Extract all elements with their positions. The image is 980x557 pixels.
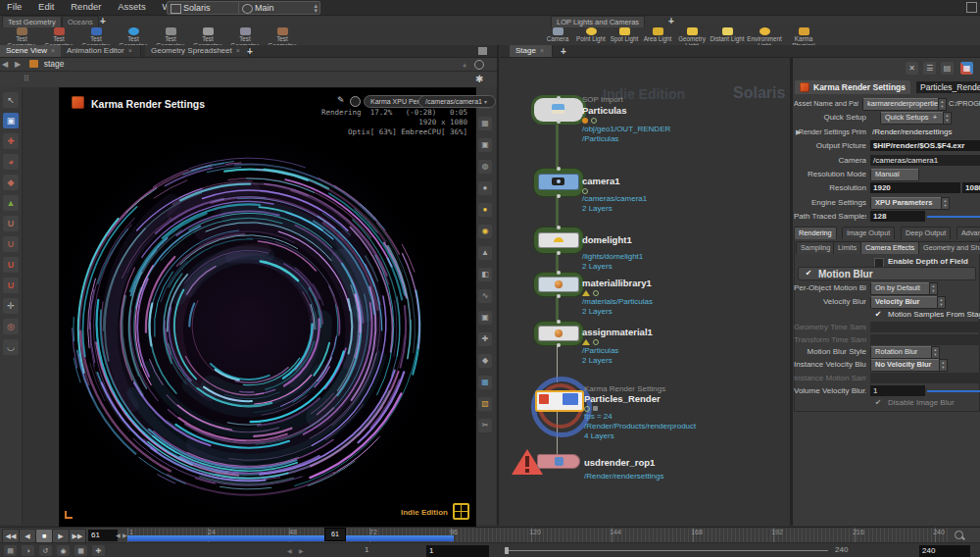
pin-icon[interactable]: ＋: [461, 60, 468, 71]
snap-prim-icon[interactable]: U: [3, 278, 19, 293]
info-badge-icon[interactable]: [591, 118, 597, 124]
pane-splitter[interactable]: [497, 45, 499, 526]
motion-samples-checkbox[interactable]: ✔: [874, 311, 882, 319]
params-node-name-field[interactable]: Particles_Render: [916, 81, 980, 93]
flag-badge-icon[interactable]: [582, 290, 590, 296]
shelf-tool-test-geometry-1[interactable]: Test Geometry: C...: [3, 27, 40, 45]
stepper-icon[interactable]: ▴▾: [937, 296, 946, 309]
texture-icon[interactable]: ▦: [478, 376, 492, 389]
select-tool-icon[interactable]: ↖: [3, 92, 19, 108]
node-particulas[interactable]: [534, 98, 583, 122]
node-badges[interactable]: [582, 339, 602, 345]
pane-menu-icon[interactable]: [478, 47, 487, 55]
node-materiallibrary1[interactable]: [534, 273, 583, 296]
pts-slider[interactable]: [927, 216, 980, 218]
lock-badge-icon[interactable]: [593, 406, 598, 411]
motion-blur-checkbox[interactable]: ✔: [805, 270, 812, 278]
motion-blur-section[interactable]: ✔ Motion Blur: [798, 267, 976, 280]
rotate-tool-icon[interactable]: ◕: [3, 154, 19, 170]
lock-icon[interactable]: [350, 96, 361, 107]
close-icon[interactable]: ×: [236, 47, 240, 54]
shelf-tool-distant-light[interactable]: Distant Light: [710, 27, 745, 45]
shelf-add-tab-button[interactable]: +: [100, 16, 106, 26]
shelf-tool-test-geometry-7[interactable]: Test Geometry: T...: [226, 27, 264, 45]
global-range-end-field[interactable]: 240: [919, 545, 970, 557]
translate-tool-icon[interactable]: ✚: [3, 133, 19, 149]
material-preview-icon[interactable]: ◆: [478, 354, 492, 368]
tab-geometry-spreadsheet[interactable]: Geometry Spreadsheet×: [145, 45, 249, 57]
select-region-icon[interactable]: ▧: [478, 397, 492, 411]
gear-icon[interactable]: ✱: [475, 74, 483, 84]
stepper-icon[interactable]: ▴▾: [938, 98, 947, 111]
scene-selector[interactable]: Main ▴▾: [238, 1, 320, 15]
background-icon[interactable]: ▣: [478, 311, 492, 325]
motion-blur-style-dropdown[interactable]: Rotation Blur: [870, 346, 933, 359]
resolution-width-field[interactable]: 1920: [870, 182, 960, 193]
menu-edit[interactable]: Edit: [31, 0, 61, 13]
shelf-tool-spot-light[interactable]: Spot Light: [608, 27, 641, 45]
shelf-tool-test-geometry-8[interactable]: Test Geometry: T...: [264, 27, 301, 45]
per-object-blur-dropdown[interactable]: On by Default: [870, 282, 931, 295]
tools-icon[interactable]: ✕: [906, 62, 918, 75]
shelf-tool-test-geometry-5[interactable]: Test Geometry: S...: [152, 27, 189, 45]
close-icon[interactable]: ×: [540, 47, 544, 54]
tree-view-icon[interactable]: ☰: [923, 62, 936, 75]
node-badges[interactable]: [582, 290, 602, 296]
stepper-icon[interactable]: ▴▾: [929, 282, 938, 295]
dopesheet-icon[interactable]: ▦: [74, 545, 87, 556]
info-badge-icon[interactable]: [593, 339, 599, 345]
node-domelight1[interactable]: [534, 228, 583, 253]
scene-lights-icon[interactable]: ◉: [478, 225, 492, 238]
lock-icon[interactable]: ▣: [3, 113, 19, 128]
node-name[interactable]: materiallibrary1: [582, 278, 652, 288]
tab-scene-view[interactable]: Scene View×: [0, 45, 64, 57]
range-slider-handle[interactable]: [505, 547, 509, 554]
shelf-tool-test-geometry-2[interactable]: Test Geometry: P...: [40, 27, 77, 45]
node-name[interactable]: Particles_Render: [584, 393, 661, 404]
add-pane-tab-button-2[interactable]: +: [561, 46, 566, 57]
stepper-icon[interactable]: ▴▾: [941, 197, 950, 210]
engine-settings-dropdown[interactable]: XPU Parameters: [870, 197, 943, 210]
viewport-path[interactable]: stage: [44, 59, 65, 69]
shelf-tool-geometry-light[interactable]: Geometry Light: [674, 27, 710, 45]
export-keys-icon[interactable]: ▤: [4, 545, 17, 556]
forward-icon[interactable]: ▶: [13, 60, 23, 69]
headlight-icon[interactable]: ●: [478, 203, 492, 217]
next-frame-icon[interactable]: ▶: [122, 532, 127, 538]
stepper-icon[interactable]: ▴▾: [931, 346, 940, 359]
pts-field[interactable]: 128: [870, 211, 925, 222]
window-icon[interactable]: [966, 2, 977, 13]
shelf-tool-karma-physical-sky[interactable]: Karma Physical Sky...: [784, 27, 823, 45]
disable-image-blur-checkbox[interactable]: ✔: [874, 399, 882, 407]
subtab-limits[interactable]: Limits: [833, 241, 861, 254]
pane-splitter[interactable]: [790, 58, 792, 526]
globe-icon[interactable]: [474, 60, 484, 70]
shelf-tool-camera[interactable]: Camera: [541, 27, 574, 45]
snap-grid-icon[interactable]: U: [3, 236, 19, 252]
play-reverse-button[interactable]: ◀: [19, 529, 36, 543]
tab-stage[interactable]: Stage×: [510, 45, 553, 57]
range-next-icon[interactable]: ▶: [299, 547, 304, 554]
resolution-height-field[interactable]: 1080: [962, 182, 980, 193]
shelf-tool-environment-light[interactable]: Environment Light: [745, 27, 784, 45]
velocity-blur-dropdown[interactable]: Velocity Blur: [870, 296, 939, 309]
snapshot-grid-icon[interactable]: [453, 503, 469, 520]
audio-icon[interactable]: ◑: [22, 545, 34, 556]
scale-tool-icon[interactable]: ◆: [3, 175, 19, 190]
shadows-icon[interactable]: ◧: [478, 268, 492, 281]
output-picture-field[interactable]: $HIP/render/$OS.$F4.exr: [870, 140, 980, 151]
view-mode-icon[interactable]: ◍: [478, 160, 492, 174]
orbit-icon[interactable]: ◡: [3, 339, 19, 355]
flag-badge-icon[interactable]: [582, 339, 590, 345]
close-icon[interactable]: ×: [51, 47, 55, 54]
tab-animation-editor[interactable]: Animation Editor×: [61, 45, 141, 57]
menu-render[interactable]: Render: [64, 0, 108, 13]
color-grid-icon[interactable]: ▦: [960, 62, 973, 75]
shelf-tab-test-geometry[interactable]: Test Geometry: [2, 16, 62, 27]
list-view-icon[interactable]: ▤: [941, 62, 954, 75]
rsp-value[interactable]: /Render/rendersettings: [872, 127, 978, 138]
node-assignmaterial1[interactable]: [534, 322, 583, 345]
snap-magnet-icon[interactable]: U: [3, 216, 19, 231]
current-frame-field[interactable]: 61: [88, 530, 118, 541]
menu-assets[interactable]: Assets: [111, 0, 153, 13]
